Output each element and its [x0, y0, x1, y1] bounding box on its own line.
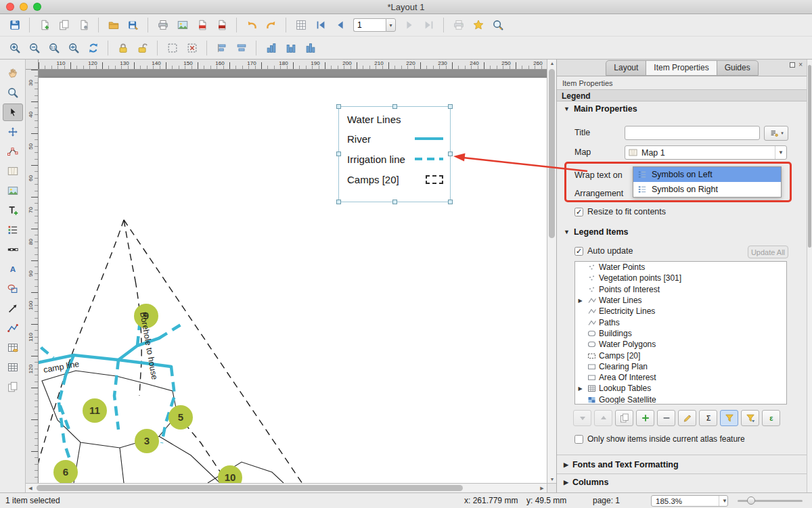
auto-update-checkbox[interactable]: ✓ — [574, 247, 583, 256]
vertical-scroll-thumb[interactable] — [549, 69, 555, 238]
move-item-content[interactable] — [3, 123, 23, 141]
horizontal-scroll-thumb[interactable] — [37, 485, 463, 491]
add-arrow[interactable] — [3, 300, 23, 317]
arrangement-option[interactable]: Symbols on Right — [633, 182, 781, 197]
add-shape[interactable] — [3, 280, 23, 298]
add-attribute-table[interactable] — [3, 359, 23, 376]
legend-tree-item[interactable]: ▶Water Lines — [575, 295, 786, 306]
show-feature-counts[interactable]: Σ — [699, 410, 717, 426]
scroll-right-icon[interactable]: ▶ — [537, 486, 547, 491]
filter-legend-by-map[interactable] — [720, 410, 738, 426]
atlas-last-feature[interactable] — [420, 16, 438, 34]
legend-title-input[interactable] — [625, 126, 760, 140]
duplicate-layout[interactable] — [55, 16, 73, 34]
scroll-down-icon[interactable]: ▼ — [547, 477, 556, 482]
tab-guides[interactable]: Guides — [717, 60, 759, 76]
atlas-preview[interactable] — [469, 16, 487, 34]
atlas-previous-feature[interactable] — [331, 16, 349, 34]
map-select[interactable]: Map 1 ▼ — [625, 145, 787, 160]
atlas-first-feature[interactable] — [311, 16, 330, 34]
canvas-horizontal-scrollbar[interactable]: ◀ ▶ — [26, 483, 547, 492]
atlas-page-spinbox-input[interactable] — [353, 18, 386, 32]
selection-handle[interactable] — [448, 200, 453, 204]
zoom-in[interactable] — [5, 39, 24, 57]
expander-icon[interactable]: ▶ — [575, 386, 585, 392]
add-picture[interactable] — [3, 182, 23, 200]
refresh-view[interactable] — [84, 39, 102, 57]
undo[interactable] — [242, 16, 261, 34]
legend-tree-item[interactable]: ▶Lookup Tables — [575, 383, 786, 394]
save-project[interactable] — [5, 16, 24, 34]
selection-handle[interactable] — [392, 200, 397, 204]
add-html-frame[interactable] — [3, 339, 23, 356]
add-group[interactable] — [615, 410, 633, 426]
atlas-filter-row[interactable]: Only show items inside current atlas fea… — [574, 434, 745, 444]
select-move-item[interactable] — [3, 103, 23, 121]
export-svg[interactable] — [193, 16, 211, 34]
zoom-full[interactable] — [64, 39, 83, 57]
legend-tree-item[interactable]: Camps [20] — [575, 350, 786, 361]
zoom-out[interactable] — [25, 39, 43, 57]
legend-items-header[interactable]: ▼ Legend Items — [564, 227, 629, 237]
update-all-button[interactable]: Update All — [748, 246, 788, 258]
selection-handle[interactable] — [448, 152, 453, 156]
add-legend-item[interactable] — [636, 410, 654, 426]
auto-update-row[interactable]: ✓ Auto update — [574, 246, 633, 256]
fonts-section-header[interactable]: ▶ Fonts and Text Formatting — [564, 460, 679, 469]
export-pdf[interactable] — [212, 16, 231, 34]
legend-tree-item[interactable]: Points of Interest — [575, 284, 786, 295]
atlas-filter-checkbox[interactable] — [574, 435, 583, 444]
legend-tree-item[interactable]: Buildings — [575, 328, 786, 339]
distribute-items[interactable] — [262, 39, 280, 57]
raise-selected-items[interactable] — [212, 39, 231, 57]
zoom-actual[interactable]: 1:1 — [45, 39, 63, 57]
redo[interactable] — [262, 16, 280, 34]
legend-tree-item[interactable]: Vegetation points [301] — [575, 273, 786, 283]
resize-to-fit-row[interactable]: ✓ Resize to fit contents — [574, 207, 666, 216]
selection-handle[interactable] — [336, 152, 341, 156]
new-layout[interactable] — [35, 16, 53, 34]
add-legend[interactable] — [3, 221, 23, 239]
layout-manager[interactable] — [74, 16, 93, 34]
zoom-slider[interactable] — [738, 500, 803, 502]
move-item-up[interactable] — [594, 410, 612, 426]
zoom-tool[interactable] — [3, 84, 23, 101]
map-item[interactable]: 91153610 camp line Borehole to house — [39, 78, 547, 483]
save-as-template[interactable] — [124, 16, 142, 34]
arrangement-option[interactable]: Symbols on Left — [633, 167, 781, 182]
print-atlas[interactable] — [449, 16, 468, 34]
edit-legend-item[interactable] — [678, 410, 696, 426]
atlas-next-feature[interactable] — [400, 16, 418, 34]
add-node-item[interactable] — [3, 319, 23, 337]
select-all-items[interactable] — [163, 39, 181, 57]
pan-layout[interactable] — [3, 64, 23, 82]
expander-icon[interactable]: ▶ — [575, 298, 585, 304]
tab-layout[interactable]: Layout — [606, 60, 646, 76]
scroll-left-icon[interactable]: ◀ — [26, 486, 35, 491]
print-layout[interactable] — [154, 16, 172, 34]
unlock-all-items[interactable] — [133, 39, 152, 57]
export-image[interactable] — [173, 16, 191, 34]
legend-tree-item[interactable]: Water Polygons — [575, 339, 786, 350]
close-panel-icon[interactable]: × — [798, 62, 803, 68]
data-defined-override-button[interactable]: ▾ — [764, 126, 788, 141]
spinner-caret-icon[interactable]: ▾ — [386, 18, 396, 32]
expression-filter[interactable]: ε — [762, 410, 780, 426]
selection-handle[interactable] — [336, 104, 341, 109]
layout-page[interactable]: 91153610 camp line Borehole to house Wat… — [39, 78, 547, 483]
selection-handle[interactable] — [448, 104, 453, 109]
remove-legend-item[interactable] — [657, 410, 675, 426]
zoom-slider-thumb[interactable] — [747, 497, 755, 505]
legend-tree-item[interactable]: Google Satellite — [575, 394, 786, 405]
add-scalebar[interactable] — [3, 241, 23, 258]
atlas-settings[interactable] — [292, 16, 310, 34]
zoom-level-combo[interactable]: 185.3% ▼ — [651, 495, 728, 507]
legend-tree-item[interactable]: Electricity Lines — [575, 306, 786, 317]
export-atlas[interactable] — [489, 16, 507, 34]
add-fixed-table[interactable] — [3, 378, 23, 396]
legend-items-tree[interactable]: Water PointsVegetation points [301]Point… — [574, 261, 787, 405]
atlas-page-spinbox[interactable]: ▾ — [353, 18, 396, 32]
align-selected-items[interactable] — [232, 39, 250, 57]
layout-canvas[interactable]: 1101201301401501601701801902002102202302… — [26, 60, 556, 492]
filter-legend-by-expression[interactable] — [741, 410, 759, 426]
